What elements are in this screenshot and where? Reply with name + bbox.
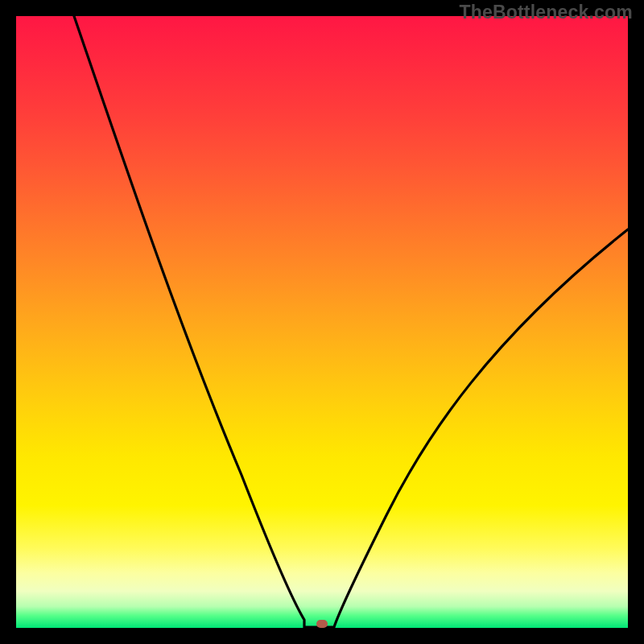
plot-area	[16, 16, 628, 628]
chart-frame: TheBottleneck.com	[0, 0, 644, 644]
optimal-point-marker	[316, 620, 328, 628]
watermark-text: TheBottleneck.com	[459, 2, 633, 23]
